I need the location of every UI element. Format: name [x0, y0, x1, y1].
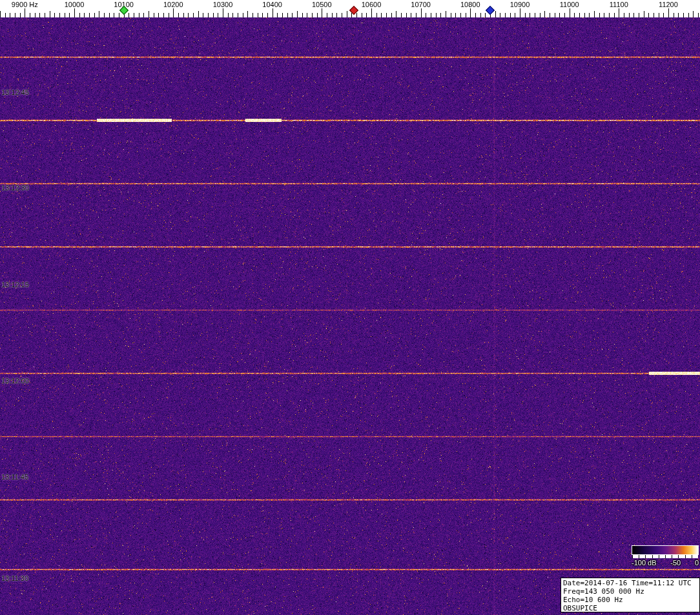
freq-tick-label: 11100: [610, 1, 628, 8]
color-scale-labels: -100 dB -50 0: [632, 559, 699, 567]
time-label: 13:11:30: [1, 574, 28, 582]
observation-info-box: Date=2014-07-16 Time=11:12 UTC Freq=143 …: [561, 578, 700, 612]
color-scale-gradient: [632, 545, 699, 555]
freq-tick-label: 10800: [460, 1, 480, 8]
time-label: 13:12:30: [1, 184, 29, 192]
freq-tick-label: 10400: [262, 1, 282, 8]
info-station: OBSUPICE: [563, 604, 697, 612]
frequency-ruler: 9900 Hz100001010010200103001040010500106…: [0, 0, 700, 17]
legend-max-label: 0: [695, 559, 699, 567]
info-date-time: Date=2014-07-16 Time=11:12 UTC: [563, 579, 697, 587]
freq-tick-label: 10200: [163, 1, 183, 8]
freq-tick-label: 10300: [213, 1, 233, 8]
info-echo: Echo=10 600 Hz: [563, 596, 697, 604]
freq-tick-label: 10000: [65, 1, 85, 8]
info-frequency: Freq=143 050 000 Hz: [563, 587, 697, 596]
freq-tick-label: 10900: [510, 1, 530, 8]
freq-tick-label: 9900 Hz: [12, 1, 38, 8]
color-scale-ticks: [632, 555, 698, 558]
freq-tick-label: 11200: [659, 1, 678, 8]
spectrogram-window: 9900 Hz100001010010200103001040010500106…: [0, 0, 700, 615]
time-label: 13:11:45: [1, 473, 28, 481]
color-scale-legend: -100 dB -50 0: [632, 545, 699, 567]
legend-mid-label: -50: [670, 559, 681, 567]
freq-tick-label: 11000: [560, 1, 579, 8]
legend-min-label: -100 dB: [632, 559, 657, 567]
time-label: 13:12:15: [1, 281, 29, 288]
waterfall-area: 13:12:4513:12:3013:12:1513:12:0013:11:45…: [0, 17, 700, 615]
time-label: 13:12:00: [1, 377, 29, 385]
freq-tick-label: 10700: [411, 1, 431, 8]
time-label: 13:12:45: [1, 88, 29, 96]
freq-tick-label: 10500: [312, 1, 332, 8]
freq-tick-label: 10600: [362, 1, 382, 8]
spectrogram-canvas: [0, 17, 700, 615]
